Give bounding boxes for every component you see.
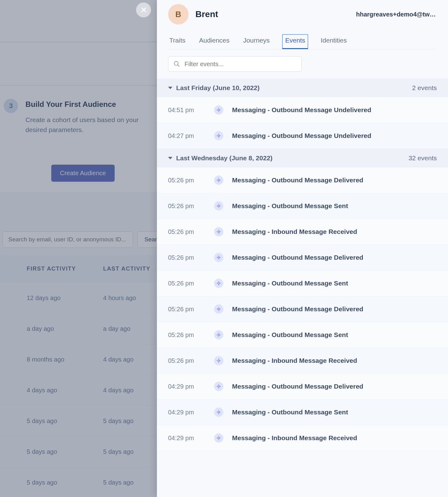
event-group-header[interactable]: Last Wednesday (June 8, 2022)32 events bbox=[157, 149, 448, 167]
event-name: Messaging - Inbound Message Received bbox=[232, 357, 357, 364]
event-time: 04:29 pm bbox=[168, 409, 205, 416]
avatar: B bbox=[168, 4, 189, 25]
event-time: 05:26 pm bbox=[168, 306, 205, 313]
event-row[interactable]: 05:26 pmMessaging - Outbound Message Del… bbox=[157, 167, 448, 193]
svg-point-0 bbox=[174, 62, 178, 66]
profile-email: hhargreaves+demo4@twili… bbox=[356, 11, 437, 18]
event-time: 05:26 pm bbox=[168, 254, 205, 261]
track-event-icon bbox=[214, 408, 223, 417]
svg-point-42 bbox=[218, 334, 219, 335]
tab-traits[interactable]: Traits bbox=[168, 34, 187, 49]
event-row[interactable]: 05:26 pmMessaging - Inbound Message Rece… bbox=[157, 348, 448, 374]
event-name: Messaging - Outbound Message Undelivered bbox=[232, 106, 371, 114]
event-row[interactable]: 05:26 pmMessaging - Outbound Message Sen… bbox=[157, 271, 448, 296]
track-event-icon bbox=[214, 279, 223, 288]
event-time: 05:26 pm bbox=[168, 177, 205, 184]
filter-events-input[interactable] bbox=[185, 61, 296, 68]
svg-point-12 bbox=[218, 179, 219, 181]
svg-point-52 bbox=[218, 385, 219, 387]
event-name: Messaging - Outbound Message Sent bbox=[232, 331, 348, 339]
event-name: Messaging - Outbound Message Delivered bbox=[232, 254, 363, 261]
svg-point-57 bbox=[218, 411, 219, 413]
track-event-icon bbox=[214, 201, 223, 211]
svg-point-62 bbox=[218, 437, 219, 439]
event-name: Messaging - Outbound Message Sent bbox=[232, 202, 348, 210]
events-list[interactable]: Last Friday (June 10, 2022)2 events04:51… bbox=[157, 79, 448, 497]
event-row[interactable]: 05:26 pmMessaging - Outbound Message Del… bbox=[157, 245, 448, 271]
event-row[interactable]: 05:26 pmMessaging - Inbound Message Rece… bbox=[157, 219, 448, 245]
svg-line-1 bbox=[178, 65, 179, 66]
close-icon: ✕ bbox=[140, 5, 147, 15]
event-row[interactable]: 04:29 pmMessaging - Outbound Message Del… bbox=[157, 374, 448, 399]
svg-point-47 bbox=[218, 360, 219, 361]
event-time: 04:27 pm bbox=[168, 132, 205, 139]
svg-point-22 bbox=[218, 231, 219, 232]
track-event-icon bbox=[214, 382, 223, 391]
tab-audiences[interactable]: Audiences bbox=[198, 34, 231, 49]
track-event-icon bbox=[214, 304, 223, 314]
event-group-count: 32 events bbox=[409, 154, 437, 162]
event-row[interactable]: 04:29 pmMessaging - Inbound Message Rece… bbox=[157, 425, 448, 451]
tab-journeys[interactable]: Journeys bbox=[242, 34, 271, 49]
profile-name: Brent bbox=[195, 9, 218, 19]
event-row[interactable]: 05:26 pmMessaging - Outbound Message Sen… bbox=[157, 322, 448, 348]
event-time: 05:26 pm bbox=[168, 280, 205, 287]
event-row[interactable]: 04:51 pmMessaging - Outbound Message Und… bbox=[157, 97, 448, 123]
event-name: Messaging - Outbound Message Undelivered bbox=[232, 132, 371, 139]
search-icon bbox=[173, 61, 180, 67]
event-group-header[interactable]: Last Friday (June 10, 2022)2 events bbox=[157, 79, 448, 97]
svg-point-32 bbox=[218, 282, 219, 284]
event-time: 04:29 pm bbox=[168, 383, 205, 390]
close-drawer-button[interactable]: ✕ bbox=[136, 2, 151, 17]
tab-identities[interactable]: Identities bbox=[319, 34, 348, 49]
event-name: Messaging - Inbound Message Received bbox=[232, 228, 357, 235]
filter-wrap bbox=[157, 49, 448, 79]
track-event-icon bbox=[214, 176, 223, 185]
svg-point-2 bbox=[218, 109, 219, 111]
event-name: Messaging - Outbound Message Delivered bbox=[232, 305, 363, 313]
tab-events[interactable]: Events bbox=[282, 34, 308, 49]
event-time: 04:51 pm bbox=[168, 107, 205, 114]
event-name: Messaging - Outbound Message Sent bbox=[232, 280, 348, 287]
event-row[interactable]: 04:27 pmMessaging - Outbound Message Und… bbox=[157, 123, 448, 149]
event-name: Messaging - Outbound Message Sent bbox=[232, 408, 348, 416]
caret-down-icon bbox=[168, 87, 172, 89]
event-time: 05:26 pm bbox=[168, 331, 205, 339]
drawer-header: B Brent hhargreaves+demo4@twili… TraitsA… bbox=[157, 0, 448, 49]
drawer-tabs: TraitsAudiencesJourneysEventsIdentities bbox=[168, 34, 437, 49]
event-group-label: Last Friday (June 10, 2022) bbox=[176, 84, 259, 92]
track-event-icon bbox=[214, 131, 223, 140]
event-time: 05:26 pm bbox=[168, 228, 205, 235]
event-group-label: Last Wednesday (June 8, 2022) bbox=[176, 154, 272, 162]
event-time: 04:29 pm bbox=[168, 435, 205, 442]
track-event-icon bbox=[214, 330, 223, 340]
event-name: Messaging - Outbound Message Delivered bbox=[232, 383, 363, 390]
track-event-icon bbox=[214, 253, 223, 262]
event-row[interactable]: 05:26 pmMessaging - Outbound Message Del… bbox=[157, 296, 448, 322]
event-time: 05:26 pm bbox=[168, 357, 205, 364]
event-group-count: 2 events bbox=[412, 84, 437, 92]
event-time: 05:26 pm bbox=[168, 203, 205, 210]
event-row[interactable]: 04:29 pmMessaging - Outbound Message Sen… bbox=[157, 399, 448, 425]
svg-point-37 bbox=[218, 308, 219, 310]
svg-point-17 bbox=[218, 205, 219, 207]
event-name: Messaging - Inbound Message Received bbox=[232, 434, 357, 442]
track-event-icon bbox=[214, 105, 223, 115]
track-event-icon bbox=[214, 227, 223, 236]
filter-events-input-wrap[interactable] bbox=[168, 56, 302, 72]
profile-left: B Brent bbox=[168, 4, 218, 25]
profile-drawer: B Brent hhargreaves+demo4@twili… TraitsA… bbox=[157, 0, 448, 497]
event-name: Messaging - Outbound Message Delivered bbox=[232, 176, 363, 184]
event-row[interactable]: 05:26 pmMessaging - Outbound Message Sen… bbox=[157, 193, 448, 219]
profile-row: B Brent hhargreaves+demo4@twili… bbox=[168, 4, 437, 25]
svg-point-7 bbox=[218, 135, 219, 136]
track-event-icon bbox=[214, 433, 223, 443]
caret-down-icon bbox=[168, 157, 172, 159]
track-event-icon bbox=[214, 356, 223, 365]
svg-point-27 bbox=[218, 257, 219, 258]
